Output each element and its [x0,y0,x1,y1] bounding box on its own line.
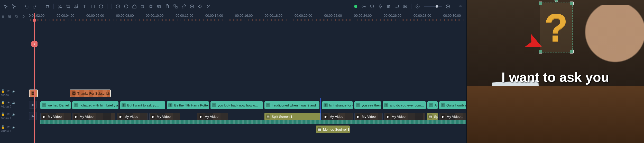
svg-point-17 [404,6,405,6]
image-icon: 🖼 [72,91,76,95]
zoom-out-icon[interactable] [414,3,421,10]
link-icon[interactable] [180,3,187,10]
audio-waveform[interactable] [40,120,466,124]
playhead-marker[interactable]: X [31,41,38,47]
text-clip-clip[interactable]: Tand do you ever com... [383,101,426,109]
rotate-icon[interactable] [97,3,105,10]
ruler-tick: 00:00:14:00 [205,14,223,17]
playhead[interactable]: X [34,13,35,143]
paste-icon[interactable] [164,3,171,10]
record-icon[interactable] [352,3,359,10]
text-clip-clip[interactable]: TBut I want to ask yo... [120,101,165,109]
track-visible-icon[interactable]: 👁 [7,125,10,129]
timeline-tracks[interactable]: 00:00:02:0000:00:04:0000:00:06:0000:00:0… [29,13,466,143]
image-icon[interactable] [401,3,409,10]
track-type-icon[interactable]: ▶ [29,101,37,109]
text-clip-clip[interactable]: TIt's the fifth Harry Potter ... [167,101,209,109]
track-lock-icon[interactable]: 🔓 [1,89,5,93]
view-options-icon[interactable] [457,3,464,10]
text-clip-clip[interactable]: TI auditioned when I was 9 and ... [264,101,319,109]
track-header[interactable]: 🔓👁🔈Video 1 [0,111,30,122]
selection-handle-se[interactable] [570,50,574,53]
track-lane[interactable] [29,125,466,134]
video-clip-clip[interactable]: ▶My Video... [439,113,466,120]
video-clip-clip[interactable]: ▶My Video [354,113,383,120]
effects-icon[interactable] [147,3,154,10]
crop-icon[interactable] [65,3,72,10]
track-mute-icon[interactable]: 🔈 [12,125,16,129]
track-header[interactable]: 🔓👁🔈Audio 1 [0,124,30,135]
video-clip-clip[interactable]: ▶My Video [117,113,148,120]
select-tool-icon[interactable] [2,3,9,10]
orange-clip[interactable]: 🖼 [29,90,38,97]
olive-clip[interactable]: ▤Memes-Squirrel S... [316,126,350,133]
timeline-ruler[interactable]: 00:00:02:0000:00:04:0000:00:06:0000:00:0… [29,13,466,21]
video-clip-clip[interactable]: ▶My Video [72,113,115,120]
audio-edit-icon[interactable] [73,3,80,10]
selection-handle-rotate[interactable] [555,0,558,2]
cut-icon[interactable] [56,3,63,10]
track-type-icon[interactable]: ▶ [29,112,37,120]
clip-label: Thanks For Subscribing... [77,92,111,95]
redo-icon[interactable] [31,3,38,10]
zoom-slider[interactable] [424,6,442,7]
text-clip-clip[interactable]: Twe had Daniel ... [40,101,71,109]
video-clip-clip[interactable]: ▶My Video [322,113,353,120]
text-clip-clip[interactable]: Tyou look back now how o... [210,101,263,109]
clip-label: I auditioned when I was 9 and ... [272,103,319,107]
text-icon[interactable] [81,3,88,10]
orange-big-clip[interactable]: 🖼Thanks For Subscribing... [70,90,111,97]
track-lock-icon[interactable]: 🔓 [1,125,5,129]
mixer-icon[interactable] [385,3,392,10]
marker-list-icon[interactable]: ◇ [21,14,25,18]
keyframe-icon[interactable] [197,3,204,10]
video-clip-clip[interactable]: ▶My Video [384,113,425,120]
toolbar-sep [20,4,20,9]
selection-handle-sw[interactable] [539,50,542,53]
cut-edit-icon[interactable] [205,3,212,10]
olive-clip[interactable]: ▤Split Screen 1 [264,113,320,120]
pointer-tool-icon[interactable] [10,3,17,10]
text-clip-clip[interactable]: Tyou see them ... [354,101,381,109]
selection-handle-ne[interactable] [570,2,574,5]
snap-icon[interactable]: ⊞ [1,14,5,18]
marker-add-icon[interactable] [188,3,196,10]
track-mute-icon[interactable]: 🔈 [12,101,16,104]
adjust-icon[interactable] [139,3,146,10]
selection-box[interactable] [540,3,573,52]
svg-rect-21 [459,6,460,7]
monitor-icon[interactable] [393,3,400,10]
undo-icon[interactable] [23,3,30,10]
color-icon[interactable] [123,3,130,10]
speed-icon[interactable] [114,3,122,10]
selection-handle-nw[interactable] [539,2,542,5]
magnet-icon[interactable]: ⊟ [8,14,12,18]
settings-icon[interactable] [360,3,367,10]
zoom-in-icon[interactable] [444,3,452,10]
copy-icon[interactable] [155,3,163,10]
track-visible-icon[interactable]: 👁 [7,101,10,104]
track-header[interactable]: 🔓👁🔈Video 2 [0,99,30,110]
track-mute-icon[interactable]: 🔈 [12,89,16,93]
video-clip-clip[interactable]: ▶My Video [40,113,71,120]
track-visible-icon[interactable]: 👁 [7,112,10,116]
track-lock-icon[interactable]: 🔓 [1,112,5,116]
track-lock-icon[interactable]: 🔓 [1,101,5,104]
track-mute-icon[interactable]: 🔈 [12,112,16,116]
olive-clip[interactable]: ▤Sp... [427,113,438,120]
text-clip-clip[interactable]: TI chatted with him briefly a... [72,101,118,109]
text-clip-clip[interactable]: TQuite horrible t... [439,101,466,109]
text-clip-clip[interactable]: TIs it strange for you b... [322,101,353,109]
link-toggle-icon[interactable]: ⧉ [14,14,19,18]
video-clip-clip[interactable]: ▶My Video [149,113,180,120]
mic-icon[interactable] [377,3,384,10]
delete-icon[interactable] [44,3,51,10]
text-clip-clip[interactable]: TAn... [427,101,438,109]
video-clip-clip[interactable]: ▶My Video [197,113,228,120]
group-icon[interactable] [172,3,179,10]
tag-icon[interactable] [131,3,138,10]
shield-icon[interactable] [369,3,376,10]
track-visible-icon[interactable]: 👁 [7,89,10,93]
track-header[interactable]: 🔓👁🔈Video 3 [0,88,30,99]
frame-icon[interactable] [89,3,96,10]
